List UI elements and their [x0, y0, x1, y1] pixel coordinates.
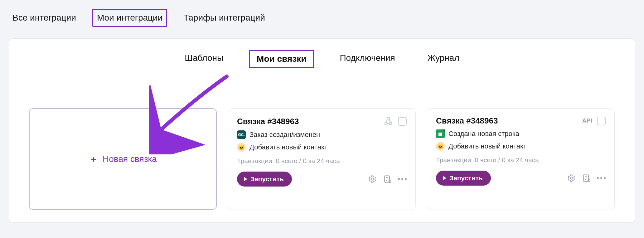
subtab-connections[interactable]: Подключения [333, 50, 402, 68]
svg-point-6 [570, 177, 573, 179]
run-button[interactable]: Запустить [436, 171, 491, 186]
transactions-text: Транзакции: 0 всего / 0 за 24 часа [436, 156, 606, 164]
trigger-text: Создана новая строка [448, 130, 519, 138]
select-checkbox[interactable] [597, 117, 606, 125]
svg-point-3 [371, 178, 374, 180]
google-sheets-icon [436, 129, 445, 138]
sub-tabs: Шаблоны Мои связки Подключения Журнал [9, 39, 635, 77]
new-link-card[interactable]: ＋ Новая связка [29, 108, 217, 210]
subtab-my-links[interactable]: Мои связки [249, 50, 314, 68]
gear-icon[interactable] [368, 175, 377, 183]
api-badge: API [582, 118, 593, 124]
subtab-templates[interactable]: Шаблоны [178, 50, 230, 68]
getcourse-icon: GC. [237, 130, 246, 139]
top-tabs: Все интеграции Мои интеграции Тарифы инт… [0, 0, 644, 30]
more-icon[interactable] [398, 178, 407, 180]
card-title: Связка #348963 [436, 116, 498, 126]
tab-my-integrations[interactable]: Мои интеграции [92, 9, 167, 27]
main-panel: Шаблоны Мои связки Подключения Журнал ＋ … [9, 38, 635, 223]
action-text: Добавить новый контакт [249, 143, 327, 151]
gear-icon[interactable] [567, 174, 576, 182]
action-text: Добавить новый контакт [448, 142, 526, 150]
subtab-journal[interactable]: Журнал [421, 50, 466, 68]
tab-all-integrations[interactable]: Все интеграции [9, 10, 80, 26]
trigger-text: Заказ создан/изменен [249, 131, 320, 139]
run-button[interactable]: Запустить [237, 172, 292, 187]
contact-icon: 😺 [237, 143, 246, 152]
transactions-text: Транзакции: 0 всего / 0 за 24 часа [237, 157, 407, 165]
integration-card: Связка #348963 API Создана новая строка … [427, 108, 615, 210]
tab-tariffs[interactable]: Тарифы интеграций [180, 10, 269, 26]
plus-icon: ＋ [89, 154, 98, 164]
svg-point-0 [385, 122, 388, 125]
webhook-icon [383, 116, 394, 127]
run-label: Запустить [250, 175, 284, 183]
play-icon [244, 177, 247, 181]
log-icon[interactable] [383, 175, 392, 183]
select-checkbox[interactable] [398, 117, 407, 126]
play-icon [443, 176, 446, 180]
run-label: Запустить [449, 174, 483, 182]
svg-point-1 [389, 122, 392, 125]
log-icon[interactable] [582, 174, 591, 182]
new-link-label: Новая связка [103, 154, 157, 164]
integration-card: Связка #348963 GC. Заказ создан/изменен … [228, 108, 416, 210]
contact-icon: 😺 [436, 142, 445, 151]
more-icon[interactable] [597, 177, 606, 179]
cards-area: ＋ Новая связка Связка #348963 GC. Заказ … [9, 77, 635, 222]
card-title: Связка #348963 [237, 117, 299, 126]
